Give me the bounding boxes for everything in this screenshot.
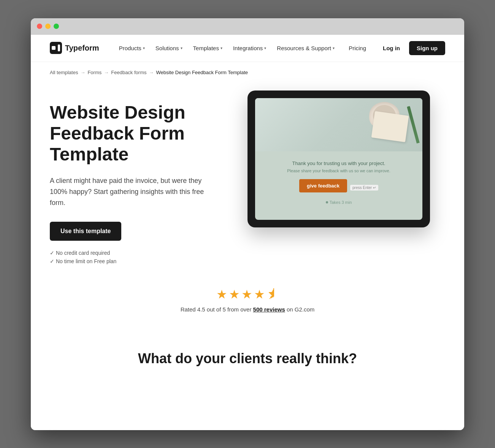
- minimize-dot[interactable]: [45, 24, 51, 29]
- form-subtitle-text: Please share your feedback with us so we…: [286, 168, 392, 173]
- notepad-image: [371, 111, 409, 142]
- chevron-down-icon: ▾: [143, 46, 145, 50]
- breadcrumb-sep-2: →: [104, 70, 109, 75]
- logo-icon: [50, 42, 62, 54]
- hero-description: A client might have paid the invoice, bu…: [50, 175, 209, 208]
- browser-window: Typeform Products ▾ Solutions ▾ Template…: [31, 18, 464, 430]
- chevron-down-icon: ▾: [264, 46, 266, 50]
- reviews-link[interactable]: 500 reviews: [253, 306, 285, 313]
- nav-item-resources[interactable]: Resources & Support ▾: [272, 42, 339, 54]
- browser-content: Typeform Products ▾ Solutions ▾ Template…: [31, 35, 464, 430]
- star-1: ★: [216, 287, 227, 302]
- bottom-section: What do your clients really think?: [31, 328, 464, 382]
- star-4: ★: [254, 287, 265, 302]
- nav-item-solutions[interactable]: Solutions ▾: [151, 42, 187, 54]
- star-half: ⯨: [267, 287, 279, 302]
- breadcrumb-current: Website Design Feedback Form Template: [156, 70, 248, 75]
- hero-title: Website Design Feedback Form Template: [50, 102, 209, 165]
- time-dot-icon: [326, 201, 328, 203]
- logo[interactable]: Typeform: [50, 42, 99, 54]
- rating-section: ★ ★ ★ ★ ⯨ Rated 4.5 out of 5 from over 5…: [31, 280, 464, 328]
- rating-text-suffix: on G2.com: [287, 306, 314, 313]
- tablet-mockup: Thank you for trusting us with your proj…: [248, 91, 430, 227]
- star-3: ★: [241, 287, 252, 302]
- nav-item-integrations[interactable]: Integrations ▾: [228, 42, 271, 54]
- bottom-title: What do your clients really think?: [50, 351, 445, 367]
- pencil-image: [407, 106, 420, 143]
- nav-item-pricing[interactable]: Pricing: [344, 42, 371, 54]
- maximize-dot[interactable]: [54, 24, 59, 29]
- breadcrumb-sep-1: →: [80, 70, 85, 75]
- stars-row: ★ ★ ★ ★ ⯨: [216, 287, 279, 302]
- chevron-down-icon: ▾: [181, 46, 182, 50]
- nav-items: Products ▾ Solutions ▾ Templates ▾ Integ…: [114, 42, 371, 54]
- chevron-down-icon: ▾: [333, 46, 335, 50]
- nav-item-products[interactable]: Products ▾: [114, 42, 149, 54]
- use-template-button[interactable]: Use this template: [50, 222, 121, 241]
- perk-no-time-limit: ✓ No time limit on Free plan: [50, 258, 209, 264]
- nav-auth: Log in Sign up: [377, 41, 445, 55]
- logo-text: Typeform: [65, 44, 99, 52]
- close-dot[interactable]: [37, 24, 42, 29]
- breadcrumb-feedback-forms[interactable]: Feedback forms: [111, 70, 146, 75]
- give-feedback-btn[interactable]: give feedback: [299, 179, 347, 192]
- breadcrumb: All templates → Forms → Feedback forms →…: [31, 62, 464, 83]
- tablet-screen: Thank you for trusting us with your proj…: [255, 98, 422, 220]
- press-enter-hint: press Enter ↵: [350, 185, 378, 191]
- rating-text: Rated 4.5 out of 5 from over 500 reviews…: [181, 306, 315, 313]
- login-button[interactable]: Log in: [377, 42, 406, 54]
- hero-perks: ✓ No credit card required ✓ No time limi…: [50, 250, 209, 264]
- form-title-text: Thank you for trusting us with your proj…: [286, 160, 392, 166]
- breadcrumb-sep-3: →: [149, 70, 154, 75]
- tablet-top-image: [255, 98, 422, 151]
- takes-time: Takes 3 min: [286, 200, 392, 205]
- hero-right: Thank you for trusting us with your proj…: [232, 91, 445, 227]
- breadcrumb-forms[interactable]: Forms: [87, 70, 102, 75]
- perk-no-credit-card: ✓ No credit card required: [50, 250, 209, 256]
- signup-button[interactable]: Sign up: [409, 41, 445, 55]
- star-2: ★: [229, 287, 240, 302]
- hero-left: Website Design Feedback Form Template A …: [50, 91, 209, 265]
- chevron-down-icon: ▾: [221, 46, 222, 50]
- browser-chrome: [31, 18, 464, 35]
- navbar: Typeform Products ▾ Solutions ▾ Template…: [31, 35, 464, 62]
- breadcrumb-all-templates[interactable]: All templates: [50, 70, 78, 75]
- hero-section: Website Design Feedback Form Template A …: [31, 83, 464, 280]
- give-feedback-label: give feedback: [307, 183, 340, 189]
- rating-text-prefix: Rated 4.5 out of 5 from over: [181, 306, 252, 313]
- tablet-form-content: Thank you for trusting us with your proj…: [286, 160, 392, 205]
- nav-item-templates[interactable]: Templates ▾: [189, 42, 227, 54]
